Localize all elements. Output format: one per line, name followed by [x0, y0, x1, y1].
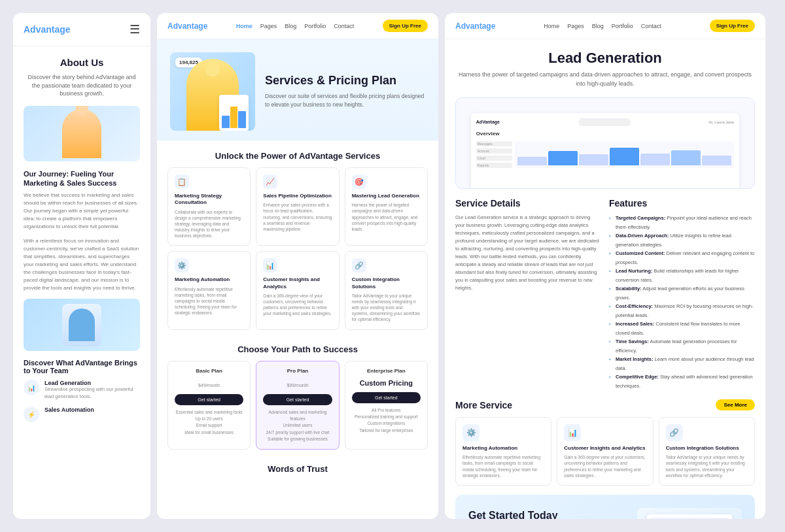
lead-gen-icon: 📊 — [24, 380, 39, 395]
more-service-0: ⚙️ Marketing Automation Effortlessly aut… — [455, 417, 551, 486]
service-card-3: ⚙️ Marketing Automation Effortlessly aut… — [167, 251, 251, 329]
plan-basic-btn[interactable]: Get started — [175, 394, 243, 405]
page-desc: Harness the power of targeted campaigns … — [455, 71, 755, 88]
more-service-desc-2: Tailor AdVantage to your unique needs by… — [666, 454, 748, 478]
service-title-2: Mastering Lead Generation — [352, 193, 421, 199]
right-panel: Advantage Home Pages Blog Portfolio Cont… — [445, 13, 765, 519]
services-title: Unlock the Power of AdVantage Services — [157, 141, 438, 167]
right-logo: Advantage — [455, 22, 495, 31]
feature-list-item: Cost-Efficiency: Maximize ROI by focusin… — [609, 302, 755, 320]
service-card-4: 📊 Customer Insights and Analytics Gain a… — [256, 251, 339, 329]
service-desc-5: Tailor AdVantage to your unique needs by… — [352, 293, 421, 322]
journey-image — [24, 299, 140, 351]
right-cta-button[interactable]: Sign Up Free — [710, 20, 755, 32]
see-more-button[interactable]: See More — [716, 399, 755, 410]
feature-sales-auto: ⚡ Sales Automation — [24, 407, 140, 422]
service-icon-1: 📈 — [263, 175, 277, 189]
right-nav-portfolio[interactable]: Portfolio — [612, 23, 633, 29]
feature-list-item: Increased Sales: Consistent lead flow tr… — [609, 320, 755, 337]
plan-basic-price: $49/month — [175, 376, 243, 390]
features-block: Features Targeted Campaigns: Pinpoint yo… — [609, 198, 755, 390]
plan-enterprise-btn[interactable]: Get started — [352, 392, 421, 403]
nav-home[interactable]: Home — [236, 23, 253, 29]
plan-pro-features: Advanced sales and marketing features Un… — [263, 409, 332, 443]
service-title-3: Marketing Automation — [175, 276, 243, 283]
mid-content: 194,825 Services & Pricing Plan Discover… — [157, 39, 438, 519]
dash-user: Hi, Laura Jane — [708, 120, 734, 124]
right-nav-home[interactable]: Home — [544, 23, 559, 29]
sales-auto-title: Sales Automation — [44, 407, 94, 413]
feature-list-item: Data-Driven Approach: Utilize insights t… — [609, 231, 755, 249]
plan-pro-price: $99/month — [263, 376, 332, 390]
more-service-1: 📊 Customer Insights and Analytics Gain a… — [557, 417, 653, 486]
feature-list-item: Customized Content: Deliver relevant and… — [609, 249, 755, 267]
dashboard-inner: AdVantage Hi, Laura Jane Overview Messag… — [471, 113, 739, 189]
about-title: About Us — [24, 57, 140, 68]
nav-blog[interactable]: Blog — [285, 23, 296, 29]
device-row-1 — [650, 518, 729, 519]
menu-icon[interactable]: ☰ — [130, 22, 140, 37]
words-title: Words of Trust — [157, 456, 438, 479]
device-screen — [647, 514, 732, 519]
dash-account: Account — [476, 148, 512, 154]
service-details: Service Details Our Lead Generation serv… — [455, 198, 601, 390]
plan-enterprise: Enterprise Plan Custom Pricing Get start… — [345, 361, 428, 450]
dash-bar — [702, 156, 731, 165]
dashboard-preview: AdVantage Hi, Laura Jane Overview Messag… — [455, 97, 755, 189]
left-header: Advantage ☰ — [13, 13, 150, 46]
service-title-5: Custom Integration Solutions — [352, 276, 421, 290]
mid-cta-button[interactable]: Sign Up Free — [383, 20, 428, 32]
nav-contact[interactable]: Contact — [334, 23, 354, 29]
dash-bar — [671, 150, 701, 165]
plan-basic-name: Basic Plan — [175, 368, 243, 374]
feature-list-item: Competitive Edge: Stay ahead with advanc… — [609, 373, 755, 390]
service-card-0: 📋 Marketing Strategy Consultation Collab… — [167, 167, 251, 246]
middle-panel: Advantage Home Pages Blog Portfolio Cont… — [157, 13, 438, 519]
plan-basic: Basic Plan $49/month Get started Essenti… — [167, 361, 251, 450]
service-details-title: Service Details — [455, 198, 601, 208]
plan-pro: Pro Plan $99/month Get started Advanced … — [256, 361, 339, 450]
right-nav-blog[interactable]: Blog — [592, 23, 604, 29]
about-desc: Discover the story behind AdVantage and … — [24, 73, 140, 98]
service-title-1: Sales Pipeline Optimization — [263, 193, 332, 199]
dash-main-row: Messages Account Chart Reports — [476, 141, 734, 168]
details-features-row: Service Details Our Lead Generation serv… — [455, 198, 755, 390]
journey-title: Our Journey: Fueling Your Marketing & Sa… — [24, 169, 140, 188]
get-started-title: Get Started Today — [468, 510, 586, 519]
dash-bar — [579, 154, 608, 165]
service-desc-2: Harness the power of targeted campaigns … — [352, 202, 421, 231]
dash-chart-area — [515, 141, 734, 168]
plan-pro-btn[interactable]: Get started — [263, 394, 332, 405]
more-service-title-2: Custom Integration Solutions — [666, 445, 748, 452]
plan-enterprise-features: All Pro features Personalized training a… — [352, 407, 421, 435]
plan-enterprise-name: Enterprise Plan — [352, 368, 421, 374]
discover-title: Discover What AdVantage Brings to Your T… — [24, 359, 140, 374]
dash-sidebar: Messages Account Chart Reports — [476, 141, 512, 168]
right-nav-contact[interactable]: Contact — [641, 23, 661, 29]
nav-portfolio[interactable]: Portfolio — [304, 23, 326, 29]
get-started-text: Get Started Today Join us on this exciti… — [468, 510, 586, 519]
dash-bar — [548, 151, 578, 165]
feature-list-item: Lead Nurturing: Build relationships with… — [609, 267, 755, 284]
more-service-icon-0: ⚙️ — [462, 424, 480, 441]
hero-section: 194,825 Services & Pricing Plan Discover… — [157, 39, 438, 141]
hero-title: Services & Pricing Plan — [265, 74, 425, 88]
hero-desc: Discover our suite of services and flexi… — [265, 92, 425, 109]
more-service-desc-0: Effortlessly automate repetitive marketi… — [462, 454, 544, 478]
features-title: Features — [609, 198, 755, 208]
plan-basic-features: Essential sales and marketing tools Up t… — [175, 409, 243, 437]
more-service-icon-2: 🔗 — [666, 424, 683, 441]
dash-reports: Reports — [476, 163, 512, 168]
service-details-desc: Our Lead Generation service is a strateg… — [455, 214, 601, 292]
nav-pages[interactable]: Pages — [260, 23, 277, 29]
pricing-grid: Basic Plan $49/month Get started Essenti… — [167, 361, 428, 450]
dash-overview-label: Overview — [476, 131, 734, 137]
sales-auto-icon: ⚡ — [24, 407, 39, 422]
pricing-title: Choose Your Path to Success — [167, 344, 428, 354]
journey-desc2: With a relentless focus on innovation an… — [24, 237, 140, 292]
service-card-5: 🔗 Custom Integration Solutions Tailor Ad… — [345, 251, 428, 329]
dash-bar — [640, 154, 670, 165]
left-panel: Advantage ☰ About Us Discover the story … — [13, 13, 150, 519]
dash-search-bar — [578, 118, 631, 126]
right-nav-pages[interactable]: Pages — [567, 23, 584, 29]
